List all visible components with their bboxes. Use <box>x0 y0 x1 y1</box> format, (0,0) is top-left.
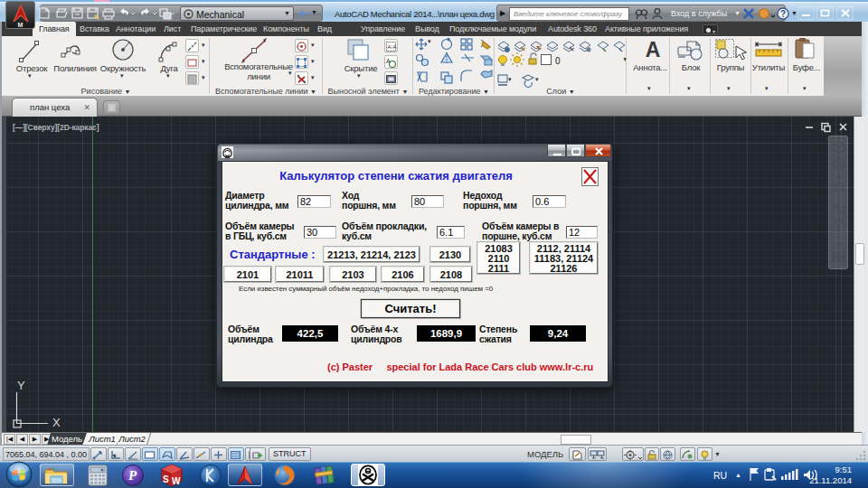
svg-text:A-A: A-A <box>388 44 397 50</box>
svg-text:P: P <box>128 468 137 483</box>
svg-text:Y: Y <box>17 379 25 392</box>
svg-text:?: ? <box>780 9 786 19</box>
svg-text:W: W <box>172 476 181 486</box>
svg-text:X: X <box>52 416 61 429</box>
svg-text:A: A <box>386 58 391 64</box>
svg-text:0: 0 <box>555 56 561 66</box>
svg-text:S: S <box>163 474 169 484</box>
